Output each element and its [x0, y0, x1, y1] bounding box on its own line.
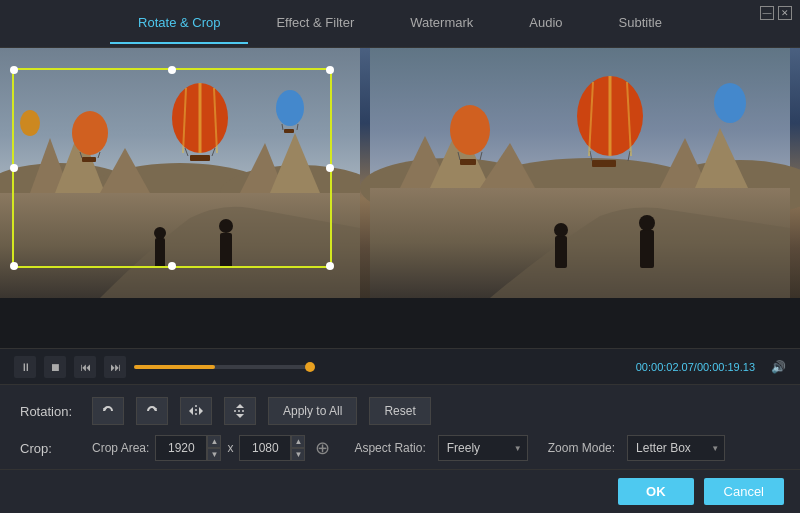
progress-fill — [134, 365, 215, 369]
crop-handle-lm[interactable] — [10, 164, 18, 172]
crop-handle-tm[interactable] — [168, 66, 176, 74]
svg-marker-63 — [236, 414, 244, 418]
svg-point-51 — [714, 83, 746, 123]
crop-overlay[interactable] — [12, 68, 332, 268]
ok-button[interactable]: OK — [618, 478, 694, 505]
svg-point-47 — [450, 105, 490, 155]
svg-marker-60 — [199, 407, 203, 415]
svg-marker-59 — [189, 407, 193, 415]
svg-rect-50 — [460, 159, 476, 165]
title-bar: — ✕ — [752, 0, 800, 26]
prev-button[interactable]: ⏮ — [74, 356, 96, 378]
original-video-thumb — [0, 48, 360, 298]
zoom-mode-select[interactable]: Letter Box Pan & Scan Full — [627, 435, 725, 461]
apply-to-all-button[interactable]: Apply to All — [268, 397, 357, 425]
crop-height-up[interactable]: ▲ — [291, 435, 305, 448]
crop-width-input[interactable] — [155, 435, 207, 461]
center-crop-icon[interactable]: ⊕ — [315, 437, 330, 459]
close-button[interactable]: ✕ — [778, 6, 792, 20]
volume-icon[interactable]: 🔊 — [771, 360, 786, 374]
crop-area-label: Crop Area: — [92, 441, 149, 455]
tab-audio[interactable]: Audio — [501, 3, 590, 44]
crop-handle-rm[interactable] — [326, 164, 334, 172]
crop-height-input[interactable] — [239, 435, 291, 461]
tab-subtitle[interactable]: Subtitle — [591, 3, 690, 44]
stop-button[interactable]: ⏹ — [44, 356, 66, 378]
crop-area-group: Crop Area: ▲ ▼ x ▲ ▼ ⊕ — [92, 435, 334, 461]
video-area: Original: 1920x1080 👁 — [0, 48, 800, 348]
crop-width-spinners: ▲ ▼ — [207, 435, 221, 461]
crop-handle-tr[interactable] — [326, 66, 334, 74]
tab-rotate-crop[interactable]: Rotate & Crop — [110, 3, 248, 44]
svg-point-55 — [639, 215, 655, 231]
aspect-ratio-select[interactable]: Freely 16:9 4:3 1:1 9:16 — [438, 435, 528, 461]
crop-width-input-wrapper: ▲ ▼ — [155, 435, 221, 461]
svg-rect-43 — [592, 160, 616, 167]
progress-thumb[interactable] — [305, 362, 315, 372]
crop-handle-tl[interactable] — [10, 66, 18, 74]
aspect-ratio-select-wrapper: Freely 16:9 4:3 1:1 9:16 ▼ — [438, 435, 528, 461]
rotation-label: Rotation: — [20, 404, 80, 419]
tab-watermark[interactable]: Watermark — [382, 3, 501, 44]
crop-height-input-wrapper: ▲ ▼ — [239, 435, 305, 461]
minimize-button[interactable]: — — [760, 6, 774, 20]
controls-bar: ⏸ ⏹ ⏮ ⏭ 00:00:02.07/00:00:19.13 🔊 — [0, 348, 800, 384]
tab-bar: Rotate & Crop Effect & Filter Watermark … — [0, 0, 800, 48]
crop-height-spinners: ▲ ▼ — [291, 435, 305, 461]
svg-rect-52 — [555, 236, 567, 268]
crop-row: Crop: Crop Area: ▲ ▼ x ▲ ▼ ⊕ Aspect — [20, 435, 780, 461]
reset-button[interactable]: Reset — [369, 397, 430, 425]
crop-handle-br[interactable] — [326, 262, 334, 270]
crop-height-down[interactable]: ▼ — [291, 448, 305, 461]
crop-x-separator: x — [227, 441, 233, 455]
svg-marker-62 — [236, 404, 244, 408]
next-button[interactable]: ⏭ — [104, 356, 126, 378]
crop-handle-bm[interactable] — [168, 262, 176, 270]
crop-width-up[interactable]: ▲ — [207, 435, 221, 448]
original-video-panel: Original: 1920x1080 👁 — [0, 48, 360, 348]
zoom-mode-label: Zoom Mode: — [548, 441, 615, 455]
flip-horizontal-button[interactable] — [180, 397, 212, 425]
progress-track[interactable] — [134, 365, 314, 369]
cancel-button[interactable]: Cancel — [704, 478, 784, 505]
time-display: 00:00:02.07/00:00:19.13 — [636, 361, 755, 373]
crop-handle-bl[interactable] — [10, 262, 18, 270]
svg-rect-54 — [640, 230, 654, 268]
svg-point-53 — [554, 223, 568, 237]
output-video-thumb — [360, 48, 800, 298]
rotate-right-button[interactable] — [136, 397, 168, 425]
zoom-mode-select-wrapper: Letter Box Pan & Scan Full ▼ — [627, 435, 725, 461]
output-video-panel: video.avi Output: 1920x1080 — [360, 48, 800, 348]
bottom-bar: OK Cancel — [0, 469, 800, 513]
rotation-row: Rotation: — [20, 397, 780, 425]
tab-effect-filter[interactable]: Effect & Filter — [248, 3, 382, 44]
crop-label: Crop: — [20, 441, 80, 456]
aspect-ratio-label: Aspect Ratio: — [354, 441, 425, 455]
crop-width-down[interactable]: ▼ — [207, 448, 221, 461]
pause-button[interactable]: ⏸ — [14, 356, 36, 378]
flip-vertical-button[interactable] — [224, 397, 256, 425]
rotate-left-button[interactable] — [92, 397, 124, 425]
